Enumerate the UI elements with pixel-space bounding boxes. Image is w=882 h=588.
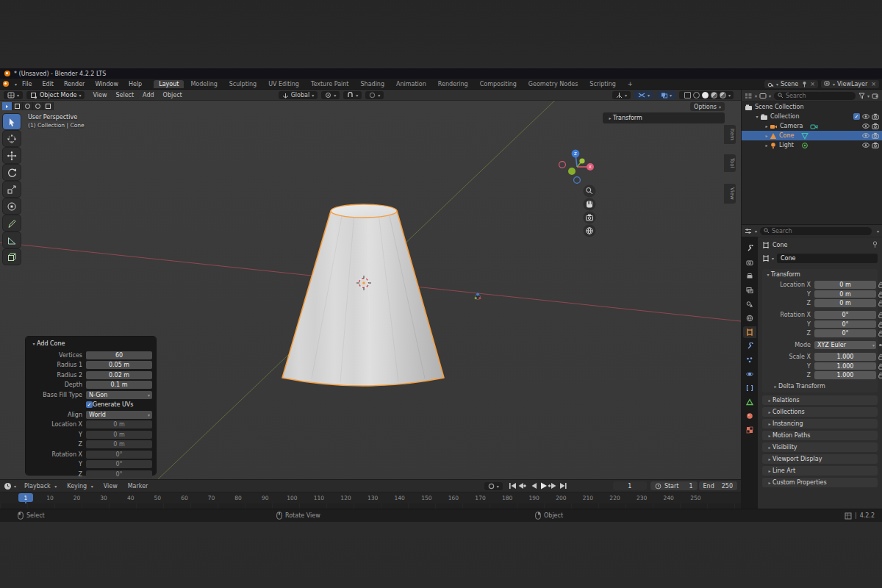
section-line-art[interactable]: ▸Line Art (762, 466, 878, 476)
delta-transform-header[interactable]: ▸ Delta Transform (772, 383, 875, 390)
tool-move[interactable] (3, 148, 21, 163)
viewport-menu-object[interactable]: Object (159, 92, 187, 98)
properties-tab-particles[interactable] (743, 354, 756, 366)
section-visibility[interactable]: ▸Visibility (762, 442, 878, 452)
playhead[interactable]: 1 (18, 493, 33, 502)
editor-type-button[interactable]: ▾ (4, 91, 23, 99)
camera-visibility-icon[interactable] (872, 113, 879, 120)
timeline-editor-icon[interactable] (4, 482, 12, 490)
field-y[interactable]: 0 m (86, 431, 152, 439)
properties-tab-physics[interactable] (743, 368, 756, 380)
viewport-menu-view[interactable]: View (88, 92, 111, 98)
workspace-tab-rendering[interactable]: Rendering (433, 80, 473, 88)
workspace-tab-uv-editing[interactable]: UV Editing (263, 80, 304, 88)
workspace-tab-scripting[interactable]: Scripting (584, 80, 621, 88)
timeline-ruler[interactable]: 1102030405060708090100110120130140150160… (0, 492, 741, 503)
section-custom-properties[interactable]: ▸Custom Properties (762, 478, 878, 487)
navigation-gizmo[interactable]: Z X (559, 150, 594, 184)
properties-search[interactable]: Search (760, 227, 872, 235)
field-radius-2[interactable]: 0.02 m (86, 371, 152, 379)
outliner-row-scene-collection[interactable]: Scene Collection (742, 102, 882, 112)
tool-rotate[interactable] (3, 165, 21, 180)
field-z[interactable]: 0° (86, 470, 152, 478)
properties-tab-modifiers[interactable] (743, 340, 756, 352)
pivot-point-button[interactable]: ▾ (321, 91, 340, 99)
workspace-tab-sculpting[interactable]: Sculpting (224, 80, 262, 88)
workspace-tab-compositing[interactable]: Compositing (475, 80, 522, 88)
shading-wireframe-button[interactable] (684, 92, 691, 98)
field-base-fill-type[interactable]: N-Gon▾ (86, 391, 152, 399)
checkbox-icon[interactable]: ✓ (86, 401, 93, 408)
axis-neg-z[interactable] (574, 177, 581, 184)
cone-object[interactable] (282, 204, 444, 386)
select-mode-paint[interactable] (43, 102, 54, 110)
menu-window[interactable]: Window (90, 81, 123, 87)
shading-rendered-button[interactable] (720, 92, 726, 98)
camera-visibility-icon[interactable] (872, 123, 879, 129)
field-rotation-x[interactable]: 0° (86, 451, 152, 459)
field-align[interactable]: World▾ (86, 411, 152, 419)
eye-toggle[interactable] (862, 113, 870, 120)
display-mode-icon[interactable] (759, 93, 767, 99)
camera-toggle[interactable] (872, 113, 879, 120)
scene-selector[interactable]: ▾ Scene × (764, 80, 818, 88)
eye-toggle[interactable] (862, 132, 870, 139)
frame-end-field[interactable]: End 250 (699, 481, 737, 490)
xray-toggle[interactable]: ▾ (657, 91, 675, 99)
lock-icon[interactable] (878, 321, 882, 328)
npanel-tab-tool[interactable]: Tool (724, 154, 736, 172)
section-motion-paths[interactable]: ▸Motion Paths (762, 431, 878, 440)
add-cone-panel[interactable]: ▾ Add Cone Vertices60Radius 10.05 mRadiu… (26, 337, 156, 475)
chevron-right-icon[interactable]: ▸ (764, 123, 770, 129)
options-button[interactable]: Options ▾ (690, 102, 725, 111)
next-keyframe-button[interactable] (548, 483, 556, 489)
camera-visibility-icon[interactable] (872, 142, 879, 148)
outliner-row-camera[interactable]: ▸Camera (742, 121, 882, 131)
select-mode-box[interactable] (12, 102, 23, 110)
field-scale-x[interactable]: 1.000 (814, 353, 876, 361)
camera-view-button[interactable] (584, 212, 596, 224)
tool-scale[interactable] (3, 182, 21, 197)
properties-tab-material[interactable] (743, 410, 756, 422)
chevron-right-icon[interactable]: ▸ (764, 133, 770, 138)
lock-icon[interactable] (878, 354, 882, 360)
lock-icon[interactable] (878, 312, 882, 318)
field-z[interactable]: 1.000 (814, 371, 876, 379)
section-collections[interactable]: ▸Collections (762, 407, 878, 417)
snap-button[interactable]: ▾ (343, 91, 362, 99)
properties-tab-view-layer[interactable] (743, 284, 756, 296)
eye-toggle[interactable] (862, 123, 870, 129)
close-icon[interactable]: × (871, 81, 876, 87)
field-rotation-x[interactable]: 0° (814, 311, 876, 319)
pan-button[interactable] (584, 198, 596, 211)
camera-toggle[interactable] (872, 123, 879, 129)
add-cone-header[interactable]: ▾ Add Cone (31, 340, 152, 347)
timeline-menu-keying[interactable]: Keying ▾ (62, 483, 98, 490)
workspace-tab-shading[interactable]: Shading (356, 80, 390, 88)
section-instancing[interactable]: ▸Instancing (762, 419, 878, 429)
field-y[interactable]: 1.000 (814, 362, 876, 370)
properties-tab-object-data[interactable] (743, 396, 756, 408)
add-workspace-button[interactable]: + (623, 80, 638, 88)
menu-file[interactable]: File (17, 81, 37, 87)
properties-editor-icon[interactable] (745, 228, 753, 234)
perspective-toggle-button[interactable] (584, 225, 596, 237)
overlays-toggle[interactable]: ▾ (634, 91, 653, 99)
gizmos-toggle[interactable]: ▾ (612, 91, 631, 99)
menu-render[interactable]: Render (59, 81, 90, 87)
axis-neg-x[interactable] (559, 162, 566, 168)
field-depth[interactable]: 0.1 m (86, 381, 152, 389)
workspace-tab-geometry-nodes[interactable]: Geometry Nodes (523, 80, 583, 88)
section-relations[interactable]: ▸Relations (762, 395, 878, 405)
tool-annotate[interactable] (3, 215, 21, 231)
npanel-tab-item[interactable]: Item (724, 125, 736, 144)
prev-keyframe-button[interactable] (518, 483, 526, 489)
mode-selector[interactable]: Object Mode ▾ (26, 91, 85, 99)
lock-icon[interactable] (878, 330, 882, 337)
play-button[interactable] (541, 483, 547, 490)
outliner-editor-icon[interactable] (745, 93, 753, 99)
workspace-tab-modeling[interactable]: Modeling (185, 80, 222, 88)
timeline-menu-view[interactable]: View (98, 483, 123, 490)
field-y[interactable]: 0° (814, 320, 876, 329)
field-vertices[interactable]: 60 (86, 351, 152, 359)
